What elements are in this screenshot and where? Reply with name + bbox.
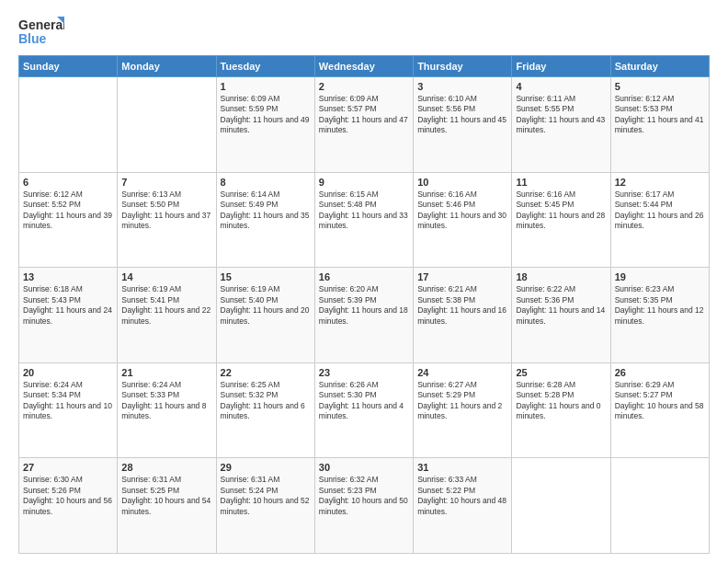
weekday-header: Wednesday — [314, 56, 413, 77]
day-info: Sunrise: 6:16 AM Sunset: 5:45 PM Dayligh… — [516, 190, 606, 232]
day-number: 25 — [516, 367, 606, 378]
calendar-cell: 29Sunrise: 6:31 AM Sunset: 5:24 PM Dayli… — [216, 458, 314, 554]
calendar-cell: 26Sunrise: 6:29 AM Sunset: 5:27 PM Dayli… — [610, 362, 709, 458]
day-info: Sunrise: 6:19 AM Sunset: 5:41 PM Dayligh… — [121, 284, 211, 327]
calendar-cell: 19Sunrise: 6:23 AM Sunset: 5:35 PM Dayli… — [610, 268, 709, 363]
calendar-cell: 6Sunrise: 6:12 AM Sunset: 5:52 PM Daylig… — [19, 172, 118, 268]
page-header: General Blue — [18, 15, 710, 48]
svg-text:General: General — [18, 17, 64, 32]
logo-svg: General Blue — [18, 15, 64, 48]
calendar-cell: 30Sunrise: 6:32 AM Sunset: 5:23 PM Dayli… — [314, 458, 413, 554]
day-info: Sunrise: 6:25 AM Sunset: 5:32 PM Dayligh… — [221, 380, 311, 422]
calendar-cell: 10Sunrise: 6:16 AM Sunset: 5:46 PM Dayli… — [414, 172, 512, 268]
logo: General Blue — [18, 15, 64, 48]
day-info: Sunrise: 6:28 AM Sunset: 5:28 PM Dayligh… — [516, 380, 606, 422]
day-number: 29 — [221, 462, 311, 473]
calendar-cell: 16Sunrise: 6:20 AM Sunset: 5:39 PM Dayli… — [314, 268, 413, 363]
day-number: 27 — [23, 462, 113, 473]
weekday-header: Tuesday — [216, 56, 314, 77]
calendar-cell: 21Sunrise: 6:24 AM Sunset: 5:33 PM Dayli… — [118, 362, 216, 458]
weekday-header: Monday — [118, 56, 216, 77]
day-number: 10 — [417, 177, 507, 188]
calendar-week-row: 27Sunrise: 6:30 AM Sunset: 5:26 PM Dayli… — [19, 458, 710, 554]
calendar-header-row: SundayMondayTuesdayWednesdayThursdayFrid… — [19, 56, 710, 77]
day-info: Sunrise: 6:15 AM Sunset: 5:48 PM Dayligh… — [319, 190, 409, 232]
day-number: 9 — [319, 177, 409, 188]
day-number: 5 — [615, 81, 705, 92]
day-info: Sunrise: 6:14 AM Sunset: 5:49 PM Dayligh… — [221, 190, 311, 232]
day-number: 11 — [516, 177, 606, 188]
calendar-week-row: 6Sunrise: 6:12 AM Sunset: 5:52 PM Daylig… — [19, 172, 710, 268]
day-number: 14 — [121, 271, 211, 282]
day-number: 12 — [615, 177, 705, 188]
calendar-cell — [512, 458, 610, 554]
calendar-cell — [19, 77, 118, 173]
day-number: 7 — [121, 177, 211, 188]
calendar-cell: 8Sunrise: 6:14 AM Sunset: 5:49 PM Daylig… — [216, 172, 314, 268]
calendar-week-row: 13Sunrise: 6:18 AM Sunset: 5:43 PM Dayli… — [19, 268, 710, 363]
day-number: 17 — [417, 271, 507, 282]
svg-text:Blue: Blue — [18, 31, 47, 46]
day-number: 31 — [417, 462, 507, 473]
weekday-header: Saturday — [610, 56, 709, 77]
day-number: 23 — [319, 367, 409, 378]
calendar-cell: 17Sunrise: 6:21 AM Sunset: 5:38 PM Dayli… — [414, 268, 512, 363]
calendar-cell: 20Sunrise: 6:24 AM Sunset: 5:34 PM Dayli… — [19, 362, 118, 458]
day-number: 2 — [319, 81, 409, 92]
day-info: Sunrise: 6:17 AM Sunset: 5:44 PM Dayligh… — [615, 190, 705, 232]
day-number: 13 — [23, 271, 113, 282]
day-info: Sunrise: 6:19 AM Sunset: 5:40 PM Dayligh… — [221, 284, 311, 327]
day-info: Sunrise: 6:22 AM Sunset: 5:36 PM Dayligh… — [516, 284, 606, 327]
day-number: 4 — [516, 81, 606, 92]
calendar-week-row: 1Sunrise: 6:09 AM Sunset: 5:59 PM Daylig… — [19, 77, 710, 173]
calendar-cell: 3Sunrise: 6:10 AM Sunset: 5:56 PM Daylig… — [414, 77, 512, 173]
calendar-cell: 13Sunrise: 6:18 AM Sunset: 5:43 PM Dayli… — [19, 268, 118, 363]
calendar-table: SundayMondayTuesdayWednesdayThursdayFrid… — [18, 55, 710, 554]
day-info: Sunrise: 6:12 AM Sunset: 5:52 PM Dayligh… — [23, 190, 113, 232]
calendar-cell: 31Sunrise: 6:33 AM Sunset: 5:22 PM Dayli… — [414, 458, 512, 554]
day-info: Sunrise: 6:20 AM Sunset: 5:39 PM Dayligh… — [319, 284, 409, 327]
day-info: Sunrise: 6:16 AM Sunset: 5:46 PM Dayligh… — [417, 190, 507, 232]
day-info: Sunrise: 6:11 AM Sunset: 5:55 PM Dayligh… — [516, 94, 606, 136]
weekday-header: Sunday — [19, 56, 118, 77]
calendar-cell: 15Sunrise: 6:19 AM Sunset: 5:40 PM Dayli… — [216, 268, 314, 363]
weekday-header: Friday — [512, 56, 610, 77]
day-info: Sunrise: 6:27 AM Sunset: 5:29 PM Dayligh… — [417, 380, 507, 422]
day-info: Sunrise: 6:33 AM Sunset: 5:22 PM Dayligh… — [417, 475, 507, 517]
day-info: Sunrise: 6:18 AM Sunset: 5:43 PM Dayligh… — [23, 284, 113, 327]
day-info: Sunrise: 6:26 AM Sunset: 5:30 PM Dayligh… — [319, 380, 409, 422]
day-number: 19 — [615, 271, 705, 282]
day-info: Sunrise: 6:24 AM Sunset: 5:33 PM Dayligh… — [121, 380, 211, 422]
calendar-cell: 12Sunrise: 6:17 AM Sunset: 5:44 PM Dayli… — [610, 172, 709, 268]
day-number: 20 — [23, 367, 113, 378]
day-number: 1 — [221, 81, 311, 92]
day-number: 8 — [221, 177, 311, 188]
calendar-cell: 23Sunrise: 6:26 AM Sunset: 5:30 PM Dayli… — [314, 362, 413, 458]
day-info: Sunrise: 6:31 AM Sunset: 5:25 PM Dayligh… — [121, 475, 211, 517]
calendar-cell: 25Sunrise: 6:28 AM Sunset: 5:28 PM Dayli… — [512, 362, 610, 458]
weekday-header: Thursday — [414, 56, 512, 77]
calendar-cell: 14Sunrise: 6:19 AM Sunset: 5:41 PM Dayli… — [118, 268, 216, 363]
day-number: 24 — [417, 367, 507, 378]
day-info: Sunrise: 6:29 AM Sunset: 5:27 PM Dayligh… — [615, 380, 705, 422]
day-info: Sunrise: 6:23 AM Sunset: 5:35 PM Dayligh… — [615, 284, 705, 327]
calendar-cell: 1Sunrise: 6:09 AM Sunset: 5:59 PM Daylig… — [216, 77, 314, 173]
day-number: 22 — [221, 367, 311, 378]
calendar-cell: 9Sunrise: 6:15 AM Sunset: 5:48 PM Daylig… — [314, 172, 413, 268]
calendar-cell: 4Sunrise: 6:11 AM Sunset: 5:55 PM Daylig… — [512, 77, 610, 173]
day-info: Sunrise: 6:09 AM Sunset: 5:57 PM Dayligh… — [319, 94, 409, 136]
day-info: Sunrise: 6:31 AM Sunset: 5:24 PM Dayligh… — [221, 475, 311, 517]
calendar-cell: 27Sunrise: 6:30 AM Sunset: 5:26 PM Dayli… — [19, 458, 118, 554]
day-number: 15 — [221, 271, 311, 282]
day-info: Sunrise: 6:12 AM Sunset: 5:53 PM Dayligh… — [615, 94, 705, 136]
calendar-cell: 11Sunrise: 6:16 AM Sunset: 5:45 PM Dayli… — [512, 172, 610, 268]
day-number: 16 — [319, 271, 409, 282]
calendar-cell: 5Sunrise: 6:12 AM Sunset: 5:53 PM Daylig… — [610, 77, 709, 173]
day-info: Sunrise: 6:13 AM Sunset: 5:50 PM Dayligh… — [121, 190, 211, 232]
day-number: 18 — [516, 271, 606, 282]
day-info: Sunrise: 6:32 AM Sunset: 5:23 PM Dayligh… — [319, 475, 409, 517]
calendar-week-row: 20Sunrise: 6:24 AM Sunset: 5:34 PM Dayli… — [19, 362, 710, 458]
calendar-cell: 22Sunrise: 6:25 AM Sunset: 5:32 PM Dayli… — [216, 362, 314, 458]
day-number: 28 — [121, 462, 211, 473]
day-info: Sunrise: 6:30 AM Sunset: 5:26 PM Dayligh… — [23, 475, 113, 517]
